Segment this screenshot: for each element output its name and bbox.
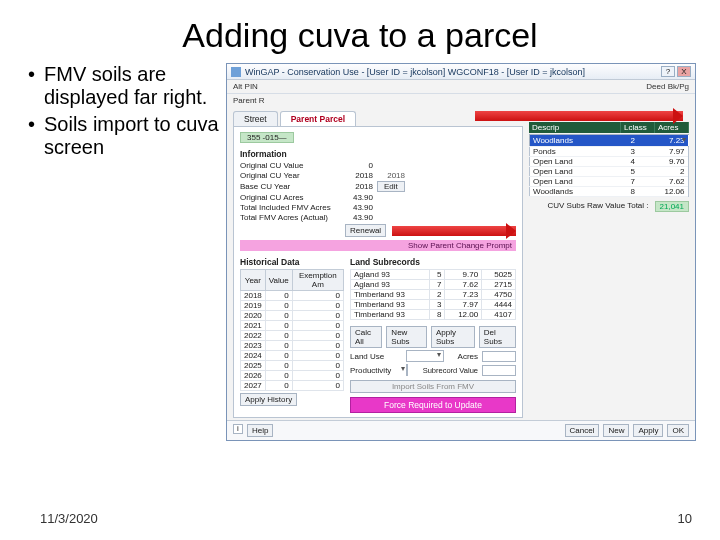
alt-pin-label: Alt PIN: [233, 82, 258, 91]
bullet-item: Soils import to cuva screen: [28, 113, 223, 159]
table-row[interactable]: 201800: [241, 291, 344, 301]
table-row[interactable]: 202600: [241, 371, 344, 381]
apply-button[interactable]: Apply: [633, 424, 663, 437]
table-row[interactable]: Agland 9359.705025: [351, 270, 516, 280]
historical-data-table: YearValueExemption Am 201800201900202000…: [240, 269, 344, 391]
info-icon: i: [233, 424, 243, 434]
hist-col: Year: [241, 270, 266, 291]
force-update-button[interactable]: Force Required to Update: [350, 397, 516, 413]
info-value: 2018: [345, 182, 377, 191]
arrow-indicator: [392, 226, 516, 236]
window-title: WinGAP - Conservation Use - [User ID = j…: [245, 67, 661, 77]
hist-col: Exemption Am: [292, 270, 343, 291]
renewal-button[interactable]: Renewal: [345, 224, 386, 237]
close-button[interactable]: X: [677, 66, 691, 77]
info-value: 43.90: [345, 203, 377, 212]
footer-date: 11/3/2020: [40, 511, 98, 526]
table-row[interactable]: Open Land77.62: [530, 177, 689, 187]
info-year: 2018: [377, 171, 409, 180]
info-key: Total Included FMV Acres: [240, 203, 345, 212]
col-lclass: Lclass: [621, 122, 655, 133]
slide-title: Adding cuva to a parcel: [0, 0, 720, 63]
new-button[interactable]: New: [603, 424, 629, 437]
help-button[interactable]: Help: [247, 424, 273, 437]
bullet-item: FMV soils are displayed far right.: [28, 63, 223, 109]
apply-subs-button[interactable]: Apply Subs: [431, 326, 475, 348]
info-value: 2018: [345, 171, 377, 180]
soils-table-header: Descrip Lclass Acres: [529, 122, 689, 133]
parcel-pill: 355 -015—: [240, 132, 294, 143]
info-row: Base CU Year 2018 Edit: [240, 181, 516, 192]
table-row[interactable]: Agland 9377.622715: [351, 280, 516, 290]
land-use-select[interactable]: [406, 350, 444, 362]
table-row[interactable]: Timberland 9337.974444: [351, 300, 516, 310]
hist-col: Value: [265, 270, 292, 291]
acres-label: Acres: [448, 352, 478, 361]
parent-r-label: Parent R: [233, 96, 265, 105]
new-subs-button[interactable]: New Subs: [386, 326, 427, 348]
info-key: Original CU Year: [240, 171, 345, 180]
table-row[interactable]: Open Land52: [530, 167, 689, 177]
app-icon: [231, 67, 241, 77]
arrow-indicator: [475, 111, 683, 121]
info-value: 43.90: [345, 193, 377, 202]
productivity-select[interactable]: [406, 364, 408, 376]
table-row[interactable]: Timberland 9327.234750: [351, 290, 516, 300]
table-row[interactable]: 202400: [241, 351, 344, 361]
ok-button[interactable]: OK: [667, 424, 689, 437]
table-row[interactable]: 202000: [241, 311, 344, 321]
titlebar: WinGAP - Conservation Use - [User ID = j…: [227, 64, 695, 80]
del-subs-button[interactable]: Del Subs: [479, 326, 516, 348]
cancel-button[interactable]: Cancel: [565, 424, 600, 437]
table-row[interactable]: 202500: [241, 361, 344, 371]
breadcrumb-row: Parent R: [227, 94, 695, 107]
footer-page: 10: [678, 511, 692, 526]
land-subrecords-table: Agland 9359.705025Agland 9377.622715Timb…: [350, 269, 516, 320]
info-row: Original CU Acres 43.90: [240, 193, 516, 202]
table-row[interactable]: Woodlands812.06: [530, 187, 689, 197]
info-value: 43.90: [345, 213, 377, 222]
acres-input[interactable]: [482, 351, 516, 362]
info-value: 0: [345, 161, 377, 170]
info-row: Total FMV Acres (Actual) 43.90: [240, 213, 516, 222]
information-heading: Information: [240, 149, 516, 159]
soils-table: Woodlands27.23Ponds37.97Open Land49.70Op…: [529, 134, 689, 197]
table-row[interactable]: Woodlands27.23: [530, 135, 689, 147]
info-key: Total FMV Acres (Actual): [240, 213, 345, 222]
table-row[interactable]: 202200: [241, 331, 344, 341]
dialog-button-bar: i Help Cancel New Apply OK: [227, 420, 695, 440]
info-key: Original CU Acres: [240, 193, 345, 202]
edit-button[interactable]: Edit: [377, 181, 405, 192]
info-row: Total Included FMV Acres 43.90: [240, 203, 516, 212]
table-row[interactable]: 202300: [241, 341, 344, 351]
table-row[interactable]: 202700: [241, 381, 344, 391]
import-soils-button[interactable]: Import Soils From FMV: [350, 380, 516, 393]
info-key: Original CU Value: [240, 161, 345, 170]
table-row[interactable]: Ponds37.97: [530, 147, 689, 157]
land-subrecords-heading: Land Subrecords: [350, 257, 516, 267]
subrecord-value-input[interactable]: [482, 365, 516, 376]
parent-change-banner: Show Parent Change Prompt: [240, 240, 516, 251]
info-row: Original CU Year 2018 2018: [240, 171, 516, 180]
info-strip: Alt PIN Deed Bk/Pg: [227, 80, 695, 94]
cuv-total-label: CUV Subs Raw Value Total :: [547, 201, 648, 212]
land-use-label: Land Use: [350, 352, 402, 361]
col-descrip: Descrip: [529, 122, 621, 133]
info-row: Original CU Value 0: [240, 161, 516, 170]
tab-street[interactable]: Street: [233, 111, 278, 126]
subrecord-value-label: Subrecord Value: [412, 366, 478, 375]
table-row[interactable]: Timberland 93812.004107: [351, 310, 516, 320]
bullet-list: FMV soils are displayed far right. Soils…: [28, 63, 223, 441]
help-button[interactable]: ?: [661, 66, 675, 77]
calc-all-button[interactable]: Calc All: [350, 326, 382, 348]
table-row[interactable]: Open Land49.70: [530, 157, 689, 167]
wingap-window: WinGAP - Conservation Use - [User ID = j…: [226, 63, 696, 441]
tab-parent-parcel[interactable]: Parent Parcel: [280, 111, 356, 126]
table-row[interactable]: 201900: [241, 301, 344, 311]
parent-parcel-panel: 355 -015— Information Original CU Value …: [233, 127, 523, 418]
table-row[interactable]: 202100: [241, 321, 344, 331]
deed-label: Deed Bk/Pg: [646, 82, 689, 91]
apply-history-button[interactable]: Apply History: [240, 393, 297, 406]
info-key: Base CU Year: [240, 182, 345, 191]
cuv-total-value: 21,041: [655, 201, 689, 212]
